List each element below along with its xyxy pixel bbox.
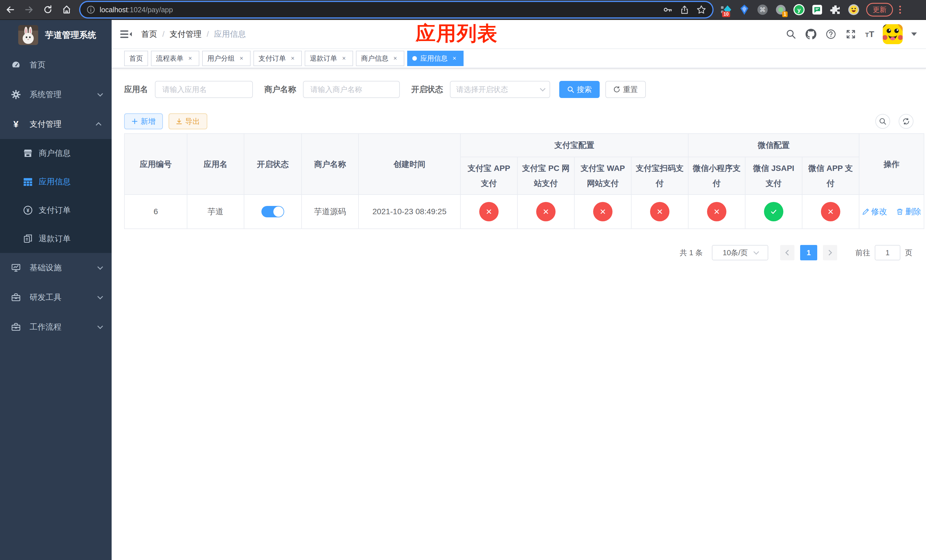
extension-chat-icon[interactable] — [811, 4, 823, 15]
edit-button[interactable]: 修改 — [862, 206, 887, 217]
browser-menu-icon[interactable] — [897, 4, 903, 15]
add-button[interactable]: 新增 — [124, 114, 163, 129]
sidebar-item-workflow[interactable]: 工作流程 — [0, 312, 112, 342]
status-disabled-icon — [536, 202, 555, 221]
status-toggle[interactable] — [262, 206, 284, 217]
status-disabled-icon — [707, 202, 726, 221]
status-select[interactable]: 请选择开启状态 — [450, 81, 550, 98]
cell-status — [244, 195, 301, 229]
cell-app-id: 6 — [124, 195, 187, 229]
header-search-icon[interactable] — [785, 29, 797, 40]
cell-alipay-app — [460, 195, 517, 229]
page-size-select[interactable]: 10条/页 — [712, 245, 768, 260]
extension-gem-icon[interactable] — [738, 4, 750, 15]
pagination-total: 共 1 条 — [680, 248, 703, 258]
sidebar-item-home[interactable]: 首页 — [0, 50, 112, 80]
tab-process-form[interactable]: 流程表单 — [151, 51, 199, 66]
top-navbar: 首页 / 支付管理 / 应用信息 应用列表 TT — [112, 20, 926, 49]
tab-app-info[interactable]: 应用信息 — [407, 51, 464, 66]
sidebar-item-pay-orders[interactable]: ¥ 支付订单 — [0, 196, 112, 224]
app-name-input[interactable] — [155, 81, 253, 98]
fullscreen-icon[interactable] — [845, 29, 856, 40]
filter-form: 应用名 商户名称 开启状态 请选择开启状态 搜索 重置 — [124, 81, 914, 98]
sidebar-item-app-info[interactable]: 应用信息 — [0, 168, 112, 196]
dashboard-icon — [11, 60, 21, 70]
share-icon[interactable] — [680, 5, 689, 14]
breadcrumb-payment[interactable]: 支付管理 — [170, 29, 201, 39]
sidebar-item-infrastructure[interactable]: 基础设施 — [0, 253, 112, 283]
tab-refund-orders[interactable]: 退款订单 — [305, 51, 353, 66]
sidebar-item-dev-tools[interactable]: 研发工具 — [0, 283, 112, 312]
extension-emoji-icon[interactable] — [848, 4, 859, 15]
chevron-down-icon — [754, 249, 759, 255]
sidebar-item-refund-orders[interactable]: 退款订单 — [0, 224, 112, 253]
tab-home[interactable]: 首页 — [124, 51, 148, 66]
next-page-button[interactable] — [823, 245, 837, 260]
group-header-alipay: 支付宝配置 — [460, 133, 688, 157]
cell-wx-jsapi — [745, 195, 802, 229]
svg-text:¥: ¥ — [26, 207, 29, 213]
sidebar-item-label: 工作流程 — [30, 322, 97, 332]
github-icon[interactable] — [805, 29, 817, 40]
app-logo-row[interactable]: 芋道管理系统 — [0, 20, 112, 50]
app-name-label: 应用名 — [124, 84, 148, 95]
page-number-button[interactable]: 1 — [800, 245, 817, 260]
reset-button[interactable]: 重置 — [605, 81, 646, 98]
help-icon[interactable] — [825, 29, 837, 40]
close-icon[interactable] — [186, 54, 194, 62]
cell-wx-app — [802, 195, 859, 229]
extension-recorder-icon[interactable]: 1 — [775, 4, 787, 15]
goto-page-input[interactable] — [875, 245, 900, 260]
status-enabled-icon — [764, 202, 783, 221]
tab-pay-orders[interactable]: 支付订单 — [253, 51, 302, 66]
delete-button[interactable]: 删除 — [896, 206, 921, 217]
export-button[interactable]: 导出 — [169, 114, 207, 129]
page-unit-label: 页 — [905, 248, 912, 258]
tab-user-group[interactable]: 用户分组 — [202, 51, 251, 66]
sidebar-item-label: 支付订单 — [39, 205, 101, 216]
address-bar[interactable]: localhost:1024/pay/app — [80, 2, 713, 17]
sidebar-toggle-icon[interactable] — [120, 28, 132, 41]
sidebar-item-label: 商户信息 — [39, 148, 101, 159]
chevron-left-icon — [785, 250, 791, 256]
col-header-merchant: 商户名称 — [301, 133, 359, 195]
prev-page-button[interactable] — [780, 245, 794, 260]
tab-merchant-info[interactable]: 商户信息 — [356, 51, 404, 66]
browser-forward-button[interactable] — [23, 4, 35, 15]
sidebar-item-merchant-info[interactable]: 商户信息 — [0, 139, 112, 168]
refresh-table-button[interactable] — [899, 114, 914, 129]
extension-meet-icon[interactable]: 10 — [720, 4, 732, 15]
page-info-icon[interactable] — [86, 5, 95, 14]
extension-puzzle-icon[interactable] — [830, 4, 841, 15]
avatar[interactable] — [883, 24, 903, 44]
col-header-wx-app: 微信 APP 支付 — [802, 157, 859, 195]
sidebar-item-system[interactable]: 系统管理 — [0, 80, 112, 109]
bookmark-star-icon[interactable] — [696, 5, 706, 15]
status-disabled-icon — [821, 202, 840, 221]
close-icon[interactable] — [391, 54, 399, 62]
cell-created: 2021-10-23 08:49:25 — [359, 195, 460, 229]
close-icon[interactable] — [340, 54, 348, 62]
close-icon[interactable] — [451, 54, 458, 62]
browser-home-button[interactable] — [61, 4, 72, 15]
extension-y-icon[interactable]: y — [793, 4, 805, 15]
breadcrumb-home[interactable]: 首页 — [141, 29, 157, 39]
status-select-placeholder: 请选择开启状态 — [456, 85, 540, 95]
col-header-actions: 操作 — [859, 133, 924, 195]
close-icon[interactable] — [289, 54, 297, 62]
avatar-caret-icon[interactable] — [911, 32, 917, 36]
toggle-search-button[interactable] — [875, 114, 890, 129]
browser-update-button[interactable]: 更新 — [866, 3, 893, 17]
font-size-icon[interactable]: TT — [865, 29, 874, 39]
extension-command-icon[interactable]: ⌘ — [757, 4, 768, 15]
browser-back-button[interactable] — [5, 4, 16, 15]
sidebar-item-payment[interactable]: ¥ 支付管理 — [0, 109, 112, 139]
page-annotation-title: 应用列表 — [416, 23, 498, 43]
app-title: 芋道管理系统 — [45, 29, 96, 41]
merchant-name-input[interactable] — [303, 81, 400, 98]
browser-reload-button[interactable] — [42, 4, 53, 15]
password-key-icon[interactable] — [663, 5, 673, 15]
search-button[interactable]: 搜索 — [559, 81, 600, 98]
close-icon[interactable] — [238, 54, 245, 62]
col-header-alipay-qr: 支付宝扫码支付 — [631, 157, 688, 195]
